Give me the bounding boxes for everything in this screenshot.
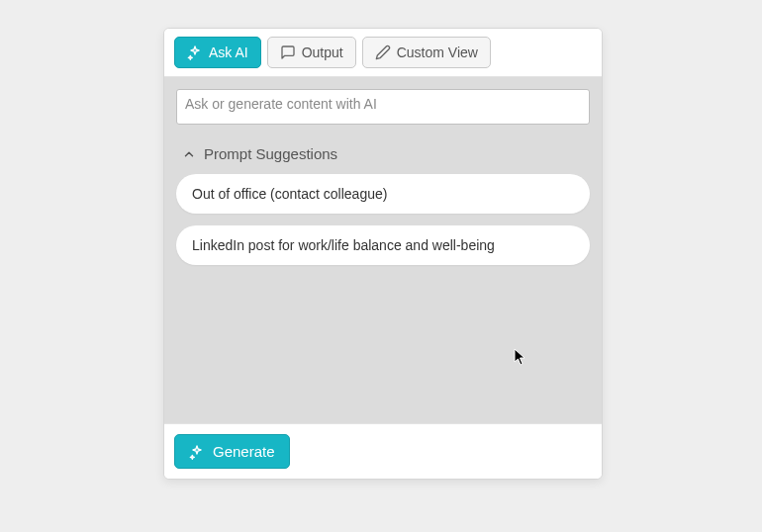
chevron-up-icon bbox=[182, 147, 196, 161]
tab-custom-view[interactable]: Custom View bbox=[362, 37, 491, 68]
suggestion-item-label: Out of office (contact colleague) bbox=[192, 186, 387, 202]
sparkle-icon bbox=[189, 444, 205, 460]
generate-button[interactable]: Generate bbox=[174, 434, 290, 469]
panel-body: Prompt Suggestions Out of office (contac… bbox=[164, 77, 602, 423]
suggestion-item[interactable]: LinkedIn post for work/life balance and … bbox=[176, 225, 590, 265]
tab-ask-ai[interactable]: Ask AI bbox=[174, 37, 261, 68]
tab-custom-view-label: Custom View bbox=[397, 45, 478, 59]
tab-ask-ai-label: Ask AI bbox=[209, 45, 248, 59]
sparkle-icon bbox=[187, 44, 203, 60]
chat-icon bbox=[280, 44, 296, 60]
tab-output-label: Output bbox=[302, 45, 343, 59]
suggestion-item[interactable]: Out of office (contact colleague) bbox=[176, 174, 590, 214]
prompt-suggestions-label: Prompt Suggestions bbox=[204, 145, 337, 162]
tabbar: Ask AI Output Custom View bbox=[164, 29, 602, 77]
ai-panel: Ask AI Output Custom View bbox=[163, 28, 603, 480]
pencil-icon bbox=[375, 44, 391, 60]
generate-button-label: Generate bbox=[213, 443, 275, 460]
suggestion-item-label: LinkedIn post for work/life balance and … bbox=[192, 237, 495, 253]
panel-footer: Generate bbox=[164, 423, 602, 479]
tab-output[interactable]: Output bbox=[267, 37, 356, 68]
prompt-input[interactable] bbox=[176, 89, 590, 125]
prompt-suggestions-toggle[interactable]: Prompt Suggestions bbox=[176, 128, 590, 174]
